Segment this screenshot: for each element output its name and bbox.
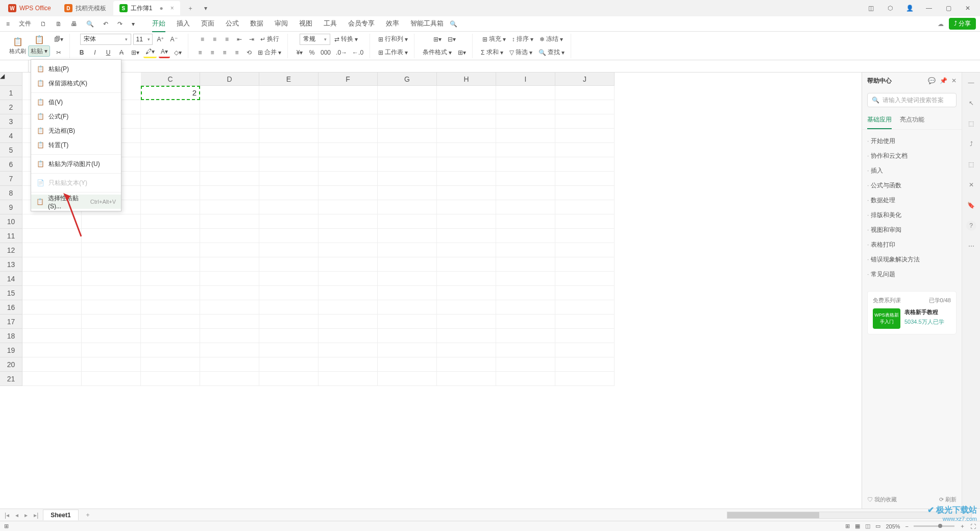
select-tool-icon[interactable]: ↖ xyxy=(966,98,976,108)
select-all-corner[interactable]: ◢ xyxy=(0,73,22,86)
cell[interactable] xyxy=(141,200,200,214)
cell[interactable] xyxy=(318,315,378,329)
col-header-G[interactable]: G xyxy=(378,73,437,86)
cell[interactable] xyxy=(22,243,82,257)
cell[interactable] xyxy=(378,243,437,257)
paste-option-3[interactable]: 📋公式(F) xyxy=(31,109,121,124)
sheet-nav-last[interactable]: ▸| xyxy=(32,512,40,519)
cell[interactable] xyxy=(200,129,259,143)
worksheet-button[interactable]: ⊞ 工作表▾ xyxy=(376,47,410,58)
help-pin-icon[interactable]: 📌 xyxy=(940,77,947,84)
save-as-icon[interactable]: 🗎 xyxy=(54,18,64,30)
more-icon[interactable]: ⋯ xyxy=(966,241,976,251)
cell[interactable] xyxy=(141,157,200,172)
row-header-3[interactable]: 3 xyxy=(0,114,22,129)
cell[interactable] xyxy=(141,257,200,272)
cell[interactable] xyxy=(437,143,496,157)
cell[interactable] xyxy=(318,172,378,186)
cell[interactable] xyxy=(259,229,318,243)
maximize-button[interactable]: ▢ xyxy=(942,2,954,14)
cell[interactable] xyxy=(141,143,200,157)
help-link[interactable]: 排版和美化 xyxy=(867,208,957,223)
align-bot-icon[interactable]: ≡ xyxy=(222,34,233,45)
cell[interactable] xyxy=(200,372,259,386)
italic-button[interactable]: I xyxy=(89,47,101,58)
paste-option-0[interactable]: 📋粘贴(P) xyxy=(31,62,121,76)
row-header-12[interactable]: 12 xyxy=(0,243,22,257)
cell[interactable] xyxy=(141,286,200,300)
tab-menu-button[interactable]: ▾ xyxy=(200,2,212,14)
sheet-nav-first[interactable]: |◂ xyxy=(3,512,11,519)
row-header-13[interactable]: 13 xyxy=(0,257,22,272)
cell[interactable] xyxy=(437,229,496,243)
cell[interactable] xyxy=(555,86,615,100)
cell[interactable] xyxy=(22,229,82,243)
cell[interactable] xyxy=(437,214,496,229)
col-header-H[interactable]: H xyxy=(437,73,496,86)
zoom-out-button[interactable]: − xyxy=(905,523,909,529)
cell[interactable] xyxy=(22,343,82,357)
cell[interactable] xyxy=(496,86,555,100)
cell[interactable] xyxy=(496,114,555,129)
row-header-14[interactable]: 14 xyxy=(0,272,22,286)
row-header-17[interactable]: 17 xyxy=(0,315,22,329)
cell[interactable] xyxy=(378,229,437,243)
cell[interactable] xyxy=(378,343,437,357)
row-header-1[interactable]: 1 xyxy=(0,86,22,100)
tab-document[interactable]: S 工作簿1 ● × xyxy=(113,1,180,15)
font-size-select[interactable]: 11▾ xyxy=(133,34,153,45)
help-link[interactable]: 数据处理 xyxy=(867,193,957,208)
cell[interactable] xyxy=(437,329,496,343)
paste-option-2[interactable]: 📋值(V) xyxy=(31,95,121,109)
cell[interactable] xyxy=(496,329,555,343)
cell[interactable] xyxy=(378,114,437,129)
name-box[interactable] xyxy=(0,60,29,72)
cell[interactable] xyxy=(555,200,615,214)
col-header-D[interactable]: D xyxy=(200,73,259,86)
help-search-input[interactable]: 🔍 请输入关键词搜索答案 xyxy=(867,93,957,107)
cell[interactable] xyxy=(318,272,378,286)
cell[interactable] xyxy=(22,214,82,229)
delete-cells-icon[interactable]: ⊟▾ xyxy=(446,34,458,45)
cell[interactable] xyxy=(259,214,318,229)
cell[interactable] xyxy=(82,315,141,329)
sheet-nav-prev[interactable]: ◂ xyxy=(14,512,20,519)
cell[interactable] xyxy=(200,214,259,229)
help-link[interactable]: 视图和审阅 xyxy=(867,223,957,237)
cell[interactable] xyxy=(378,257,437,272)
cell[interactable] xyxy=(141,100,200,114)
sum-button[interactable]: Σ 求和▾ xyxy=(479,47,505,58)
cell[interactable] xyxy=(200,272,259,286)
help-link[interactable]: 协作和云文档 xyxy=(867,149,957,163)
cell[interactable] xyxy=(22,300,82,315)
cell[interactable] xyxy=(200,157,259,172)
number-format-select[interactable]: 常规▾ xyxy=(300,34,330,45)
help-link[interactable]: 错误现象解决方法 xyxy=(867,252,957,267)
cell[interactable] xyxy=(22,357,82,372)
cell[interactable] xyxy=(318,257,378,272)
cell[interactable] xyxy=(437,186,496,200)
font-color-button[interactable]: A▾ xyxy=(159,47,170,58)
menu-tab-9[interactable]: 效率 xyxy=(386,16,399,32)
cell[interactable] xyxy=(22,329,82,343)
fill-color-button[interactable]: 🖍▾ xyxy=(143,47,157,58)
cell[interactable] xyxy=(259,157,318,172)
cell[interactable] xyxy=(496,300,555,315)
cell[interactable] xyxy=(259,300,318,315)
cell[interactable] xyxy=(437,300,496,315)
help-chat-icon[interactable]: 💬 xyxy=(928,77,936,84)
cell[interactable] xyxy=(378,186,437,200)
cell[interactable] xyxy=(318,229,378,243)
decrease-font-icon[interactable]: A⁻ xyxy=(168,34,180,45)
cell[interactable] xyxy=(437,357,496,372)
cell[interactable] xyxy=(496,200,555,214)
minimize-button[interactable]: — xyxy=(923,2,935,14)
cell[interactable] xyxy=(378,329,437,343)
undo-icon[interactable]: ↶ xyxy=(101,18,110,30)
row-header-10[interactable]: 10 xyxy=(0,214,22,229)
save-icon[interactable]: 🗋 xyxy=(38,18,48,30)
cell[interactable] xyxy=(22,315,82,329)
cell[interactable] xyxy=(437,200,496,214)
cell[interactable] xyxy=(378,214,437,229)
copy-icon[interactable]: 🗐▾ xyxy=(52,34,65,45)
